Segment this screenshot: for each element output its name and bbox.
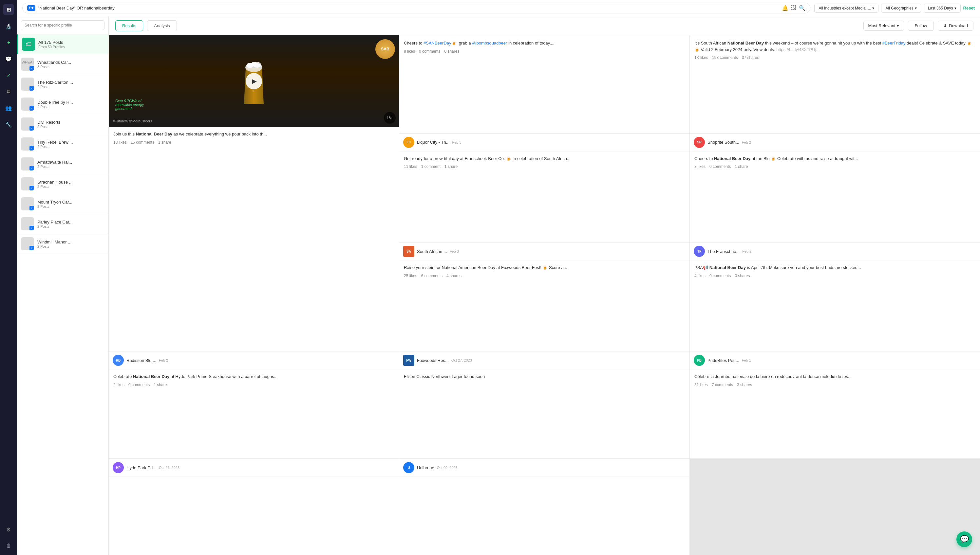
sidebar-item-armathwaite[interactable]: f Armathwaite Hal... 2 Posts: [17, 154, 108, 174]
all-posts-label: All 175 Posts: [38, 40, 65, 45]
sidebar-item-windmill[interactable]: f Windmill Manor ... 2 Posts: [17, 234, 108, 254]
bell-icon[interactable]: 🔔: [782, 5, 789, 11]
sidebar-item-parley[interactable]: f Parley Place Car... 2 Posts: [17, 214, 108, 234]
post-date-franschhoek: Feb 2: [742, 249, 751, 253]
nav-search-icon[interactable]: 🔬: [3, 21, 14, 31]
profile-avatar-divi: f: [21, 117, 34, 131]
search-input[interactable]: [38, 6, 780, 10]
likes-count: 8 likes: [404, 49, 415, 54]
geo-filter[interactable]: All Geographies ▾: [881, 3, 921, 13]
results-header: Results Analysis Most Relevant ▾ Follow …: [109, 16, 980, 35]
sidebar-item-doubletree[interactable]: f DoubleTree by H... 2 Posts: [17, 94, 108, 114]
post-header-unibroue: U Unibroue Oct 09, 2023: [399, 459, 689, 477]
play-button[interactable]: [246, 73, 262, 89]
reset-button[interactable]: Reset: [963, 6, 975, 10]
tab-results[interactable]: Results: [115, 20, 143, 31]
avatar-radisson: RB: [113, 355, 124, 366]
post-image-featured[interactable]: SAB Over 9.7GWh ofrenewable energygenera…: [109, 35, 399, 127]
post-card-pridebites: PB PrideBites Pet ... Feb 1 Célèbre la J…: [690, 351, 980, 459]
post-header-shoprite: SR Shoprite South... Feb 2: [690, 133, 980, 151]
chat-button[interactable]: 💬: [956, 531, 972, 547]
nav-users-icon[interactable]: 👥: [3, 103, 14, 113]
platform-badge[interactable]: f ▾: [27, 5, 35, 11]
chevron-down-icon: ▾: [872, 6, 874, 10]
shares-count: 1 share: [444, 164, 457, 169]
profile-avatar-ritz: f: [21, 77, 34, 91]
sort-button[interactable]: Most Relevant ▾: [863, 21, 904, 31]
post-date-radisson: Feb 2: [159, 358, 168, 362]
profile-name-franschhoek: The Franschho...: [708, 249, 740, 254]
comments-count: 0 comments: [710, 164, 731, 169]
post-hashtag: #FutureWithMoreCheers: [113, 119, 152, 123]
comments-count: 0 comments: [419, 49, 440, 54]
post-date-shoprite: Feb 2: [742, 140, 751, 144]
likes-count: 25 likes: [404, 274, 417, 278]
sidebar-item-divi[interactable]: f Divi Resorts 2 Posts: [17, 114, 108, 134]
profile-search-input[interactable]: [21, 20, 105, 30]
post-text-shoprite: Cheers to National Beer Day at the Blu 🍺…: [694, 156, 975, 162]
post-meta-franschhoek: 4 likes 0 comments 0 shares: [694, 274, 975, 278]
post-header-liquorcity: LC Liquor City - Th... Feb 3: [399, 133, 689, 151]
post-header-foxwoods: FW Foxwoods Res... Oct 27, 2023: [399, 351, 689, 369]
profile-name-hydepark: Hyde Park Pri...: [126, 465, 156, 470]
nav-gear-icon[interactable]: ⚙: [3, 524, 14, 535]
post-header-radisson: RB Radisson Blu ... Feb 2: [109, 351, 399, 369]
svg-point-6: [253, 90, 254, 92]
post-meta-radisson: 2 likes 0 comments 1 share: [113, 383, 394, 387]
fb-badge-icon: f: [29, 106, 34, 111]
sidebar-item-strachan[interactable]: f Strachan House ... 2 Posts: [17, 174, 108, 194]
sidebar-item-mounttryon[interactable]: f Mount Tryon Car... 2 Posts: [17, 194, 108, 214]
app-logo[interactable]: ⊞: [3, 4, 14, 15]
fb-badge-icon: f: [29, 226, 34, 230]
fb-badge-icon: f: [29, 246, 34, 250]
nav-chat-icon[interactable]: 💬: [3, 54, 14, 64]
fb-badge-icon: f: [29, 86, 34, 91]
age-badge: 18+: [384, 112, 396, 124]
likes-count: 18 likes: [113, 140, 127, 144]
shares-count: 4 shares: [446, 274, 462, 278]
profile-info-strachan: Strachan House ... 2 Posts: [37, 180, 73, 188]
shares-count: 37 shares: [742, 55, 759, 60]
post-content-franschhoek: PSA📢 National Beer Day is April 7th. Mak…: [690, 260, 980, 351]
profile-avatar-armathwaite: f: [21, 157, 34, 170]
nav-check-icon[interactable]: ✓: [3, 70, 14, 80]
post-meta-liquorcity: 11 likes 1 comment 1 share: [404, 164, 685, 169]
industry-filter[interactable]: All Industries except Media, ... ▾: [814, 3, 879, 13]
download-icon: ⬇: [943, 23, 947, 28]
sidebar-item-ritz[interactable]: f The Ritz-Carlton ... 2 Posts: [17, 74, 108, 94]
post-card-liquorcity: LC Liquor City - Th... Feb 3 Get ready f…: [399, 133, 689, 242]
filter-group: All Industries except Media, ... ▾ All G…: [814, 3, 975, 13]
chevron-down-icon: ▾: [954, 6, 956, 10]
post-card-southafrican: SA South African ... Feb 3 Raise your st…: [399, 242, 689, 351]
comments-count: 1 comment: [421, 164, 441, 169]
profile-info-tinyrebel: Tiny Rebel Brewi... 2 Posts: [37, 140, 73, 149]
post-meta-pridebites: 31 likes 7 comments 3 shares: [694, 383, 975, 387]
shares-count: 3 shares: [737, 383, 752, 387]
nav-trash-icon[interactable]: 🗑: [3, 541, 14, 551]
post-date-pridebites: Feb 1: [742, 358, 751, 362]
sidebar-item-all-posts[interactable]: 🏷 All 175 Posts From 50 Profiles: [17, 34, 108, 55]
date-filter[interactable]: Last 365 Days ▾: [924, 3, 961, 13]
tab-analysis[interactable]: Analysis: [147, 20, 177, 31]
image-icon[interactable]: 🖼: [791, 5, 796, 11]
sidebar-item-tinyrebel[interactable]: f Tiny Rebel Brewi... 2 Posts: [17, 134, 108, 154]
post-content-shoprite-sa: It's South African National Beer Day thi…: [690, 35, 980, 133]
nav-tools-icon[interactable]: 🔧: [3, 119, 14, 130]
follow-button[interactable]: Follow: [908, 21, 934, 31]
comments-count: 0 comments: [710, 274, 731, 278]
nav-monitor-icon[interactable]: 🖥: [3, 87, 14, 97]
download-button[interactable]: ⬇ Download: [938, 21, 974, 31]
post-header-franschhoek: TF The Franschho... Feb 2: [690, 242, 980, 260]
avatar-foxwoods: FW: [403, 355, 414, 366]
post-header-pridebites: PB PrideBites Pet ... Feb 1: [690, 351, 980, 369]
sidebar-item-wheatlands[interactable]: WHEAT f Wheatlands Car... 3 Posts: [17, 55, 108, 74]
post-card-unibroue: U Unibroue Oct 09, 2023: [399, 459, 689, 555]
post-content-featured: Join us this National Beer Day as we cel…: [109, 127, 399, 351]
search-icon[interactable]: 🔍: [799, 5, 805, 11]
post-image-inner: SAB Over 9.7GWh ofrenewable energygenera…: [109, 35, 399, 127]
post-card-sanbeerday: Cheers to #SANBeerDay🍺; grab a @bombsqua…: [399, 35, 689, 133]
post-text-southafrican: Raise your stein for National American B…: [404, 265, 685, 271]
nav-sparkle-icon[interactable]: ✦: [3, 37, 14, 48]
post-text-shoprite-sa: It's South African National Beer Day thi…: [694, 40, 975, 53]
post-meta-shoprite-sa: 1K likes 193 comments 37 shares: [694, 55, 975, 60]
